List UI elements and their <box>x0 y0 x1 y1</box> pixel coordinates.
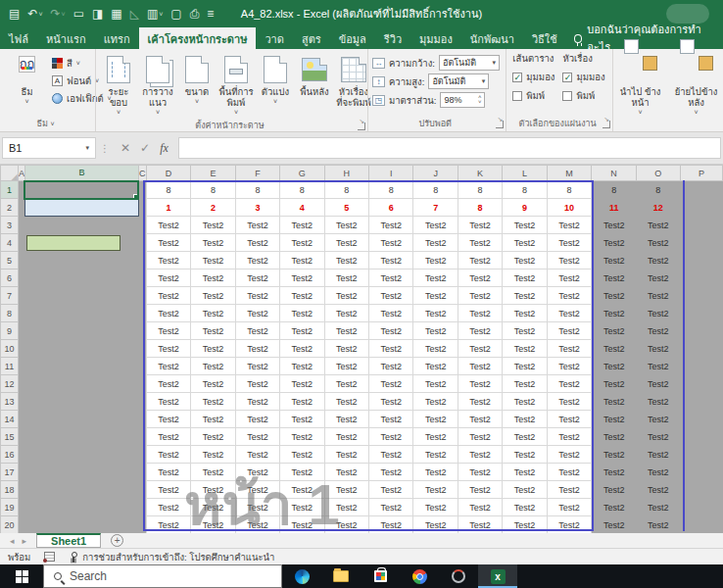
cell-O20[interactable]: Test2 <box>636 516 680 534</box>
cell-L2[interactable]: 9 <box>503 199 547 217</box>
cell-B3[interactable] <box>24 217 138 234</box>
cell-K17[interactable]: Test2 <box>458 464 502 481</box>
cell-P2[interactable] <box>681 199 723 217</box>
cell-D11[interactable]: Test2 <box>146 358 190 375</box>
cell-J3[interactable]: Test2 <box>413 217 458 234</box>
cell-F5[interactable]: Test2 <box>235 252 279 270</box>
macro-record-icon[interactable] <box>44 552 55 562</box>
cell-K10[interactable]: Test2 <box>458 340 502 358</box>
cell-L9[interactable]: Test2 <box>503 322 547 340</box>
cell-I11[interactable]: Test2 <box>369 358 413 375</box>
cell-J1[interactable]: 8 <box>413 181 458 199</box>
cell-I1[interactable]: 8 <box>369 181 413 199</box>
cell-K18[interactable]: Test2 <box>458 481 502 499</box>
cell-H11[interactable]: Test2 <box>324 358 368 375</box>
cell-N18[interactable]: Test2 <box>592 481 636 499</box>
cell-L11[interactable]: Test2 <box>503 358 547 375</box>
worksheet-grid[interactable]: ABCDEFGHIJKLMNOP188888888888821234567891… <box>0 165 723 533</box>
cell-G7[interactable]: Test2 <box>280 287 324 305</box>
cell-I7[interactable]: Test2 <box>369 287 413 305</box>
undo-button[interactable]: ↶˅ <box>24 6 45 22</box>
row-header-2[interactable]: 2 <box>1 199 19 217</box>
cell-E12[interactable]: Test2 <box>191 375 235 393</box>
cell-I2[interactable]: 6 <box>369 199 413 217</box>
cell-H8[interactable]: Test2 <box>324 305 368 322</box>
cell-F1[interactable]: 8 <box>235 181 279 199</box>
tab-เค้าโครงหน้ากระดาษ[interactable]: เค้าโครงหน้ากระดาษ <box>139 27 257 49</box>
cell-M19[interactable]: Test2 <box>547 499 591 516</box>
cell-M2[interactable]: 10 <box>547 199 591 217</box>
cell-P11[interactable] <box>681 358 723 375</box>
new-document-button[interactable]: ▢ <box>168 6 184 22</box>
cell-A13[interactable] <box>18 393 24 411</box>
cell-L16[interactable]: Test2 <box>503 446 547 464</box>
cell-B7[interactable] <box>24 287 138 305</box>
row-header-20[interactable]: 20 <box>1 516 19 534</box>
cell-E2[interactable]: 2 <box>191 199 235 217</box>
column-header-D[interactable]: D <box>146 166 190 181</box>
cell-I5[interactable]: Test2 <box>369 252 413 270</box>
row-header-13[interactable]: 13 <box>1 393 19 411</box>
chart-button[interactable]: ◺ <box>127 6 142 22</box>
cell-C19[interactable] <box>138 499 146 516</box>
row-header-10[interactable]: 10 <box>1 340 19 358</box>
cell-E18[interactable]: Test2 <box>191 481 235 499</box>
cell-A17[interactable] <box>18 464 24 481</box>
cell-O4[interactable]: Test2 <box>636 234 680 252</box>
cell-J10[interactable]: Test2 <box>413 340 458 358</box>
column-header-B[interactable]: B <box>24 166 138 181</box>
cell-F7[interactable]: Test2 <box>235 287 279 305</box>
column-header-J[interactable]: J <box>413 166 458 181</box>
cell-L10[interactable]: Test2 <box>503 340 547 358</box>
tab-วิธีใช้[interactable]: วิธีใช้ <box>523 27 566 49</box>
cell-F15[interactable]: Test2 <box>235 428 279 446</box>
cell-A5[interactable] <box>18 252 24 270</box>
cell-N1[interactable]: 8 <box>592 181 636 199</box>
cell-P12[interactable] <box>681 375 723 393</box>
cell-P13[interactable] <box>681 393 723 411</box>
cell-C1[interactable] <box>138 181 146 199</box>
cell-J13[interactable]: Test2 <box>413 393 458 411</box>
cell-F16[interactable]: Test2 <box>235 446 279 464</box>
cell-K7[interactable]: Test2 <box>458 287 502 305</box>
cell-E7[interactable]: Test2 <box>191 287 235 305</box>
cell-I10[interactable]: Test2 <box>369 340 413 358</box>
headings-print-checkbox[interactable]: พิมพ์ <box>562 88 604 103</box>
cell-A3[interactable] <box>18 217 24 234</box>
cell-I15[interactable]: Test2 <box>369 428 413 446</box>
cell-M6[interactable]: Test2 <box>547 270 591 287</box>
cell-F10[interactable]: Test2 <box>235 340 279 358</box>
cell-M3[interactable]: Test2 <box>547 217 591 234</box>
row-header-9[interactable]: 9 <box>1 322 19 340</box>
cell-G2[interactable]: 4 <box>280 199 324 217</box>
cell-I4[interactable]: Test2 <box>369 234 413 252</box>
cell-N5[interactable]: Test2 <box>592 252 636 270</box>
dialog-launcher-icon[interactable] <box>496 121 504 128</box>
cell-F19[interactable]: Test2 <box>235 499 279 516</box>
cell-K19[interactable]: Test2 <box>458 499 502 516</box>
cell-J7[interactable]: Test2 <box>413 287 458 305</box>
cell-N16[interactable]: Test2 <box>592 446 636 464</box>
cell-E20[interactable]: Test2 <box>191 516 235 534</box>
cell-P18[interactable] <box>681 481 723 499</box>
cell-L4[interactable]: Test2 <box>503 234 547 252</box>
cell-C2[interactable] <box>138 199 146 217</box>
cell-A1[interactable] <box>18 181 24 199</box>
cell-E16[interactable]: Test2 <box>191 446 235 464</box>
cell-F8[interactable]: Test2 <box>235 305 279 322</box>
cell-G11[interactable]: Test2 <box>280 358 324 375</box>
cell-E19[interactable]: Test2 <box>191 499 235 516</box>
cell-L20[interactable]: Test2 <box>503 516 547 534</box>
cell-P3[interactable] <box>681 217 723 234</box>
cell-F9[interactable]: Test2 <box>235 322 279 340</box>
cell-E13[interactable]: Test2 <box>191 393 235 411</box>
cell-P15[interactable] <box>681 428 723 446</box>
cell-F3[interactable]: Test2 <box>235 217 279 234</box>
cell-E15[interactable]: Test2 <box>191 428 235 446</box>
next-sheet-icon[interactable]: ▸ <box>23 536 27 546</box>
cell-I8[interactable]: Test2 <box>369 305 413 322</box>
redo-button[interactable]: ↷˅ <box>48 6 69 22</box>
cell-J18[interactable]: Test2 <box>413 481 458 499</box>
cell-F2[interactable]: 3 <box>235 199 279 217</box>
orientation-button[interactable]: การวาง แนว˅ <box>139 53 176 119</box>
